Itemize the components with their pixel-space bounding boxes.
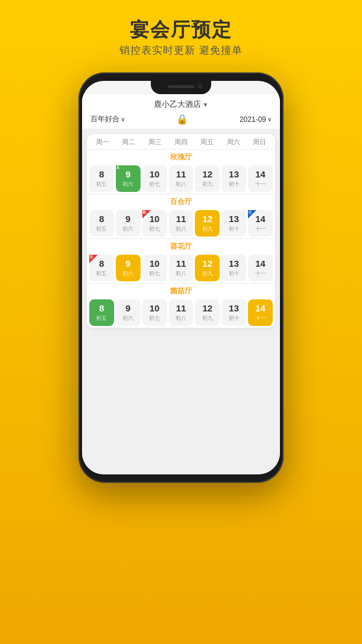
hotel-chevron-icon: ▼ — [203, 101, 209, 108]
cell-lunar: 十一 — [255, 225, 266, 233]
screen-content: 鹿小乙大酒店 ▼ 百年好合 ∨ 🔒 2021-09 ∨ — [82, 94, 280, 474]
date-label: 2021-09 — [240, 115, 266, 124]
calendar-cell[interactable]: 13初十 — [221, 299, 246, 326]
hall-section: 百合厅8初五9初六B10初七11初八12初九13初十C14十一 — [87, 194, 275, 238]
calendar-cell[interactable]: 14十一 — [248, 299, 273, 326]
cell-lunar: 初十 — [229, 180, 240, 188]
cell-date: 12 — [203, 169, 213, 180]
cell-date: 14 — [255, 169, 265, 180]
calendar-cell[interactable]: 12初九 — [195, 255, 220, 281]
weekday-label: 周六 — [220, 138, 246, 147]
cell-date: 10 — [150, 169, 160, 180]
cell-date: 9 — [125, 303, 130, 314]
calendar-cell[interactable]: 11初八 — [169, 299, 194, 326]
cell-date: 14 — [255, 258, 265, 269]
filter-left[interactable]: 百年好合 ∨ — [91, 114, 125, 124]
weekday-label: 周二 — [115, 138, 141, 147]
cell-date: 8 — [99, 258, 104, 269]
cell-lunar: 初六 — [122, 225, 133, 233]
cell-date: 14 — [255, 303, 265, 314]
cell-lunar: 初八 — [176, 225, 186, 233]
cell-date: 10 — [150, 303, 160, 314]
calendar-cell[interactable]: 11初八 — [169, 165, 194, 192]
calendar-cell[interactable]: S8初五 — [89, 255, 114, 281]
calendar-cell[interactable]: 9初六 — [116, 299, 141, 326]
notch-speaker — [168, 85, 194, 88]
hall-name: 菌菇厅 — [87, 284, 275, 298]
badge-letter: S — [90, 255, 93, 259]
calendar-cell[interactable]: A9初六 — [116, 165, 141, 192]
calendar-cell[interactable]: 14十一 — [248, 255, 273, 281]
cell-lunar: 初九 — [202, 180, 213, 188]
calendar-grid: 8初五9初六10初七11初八12初九13初十14十一 — [87, 298, 275, 328]
calendar-grid: 8初五A9初六10初七11初八12初九13初十14十一 — [87, 164, 275, 194]
calendar-cell[interactable]: 12初九 — [195, 210, 220, 237]
calendar-cell[interactable]: 12初九 — [195, 165, 220, 192]
badge-letter: A — [116, 165, 119, 170]
cell-lunar: 初六 — [122, 180, 133, 188]
calendar-cell[interactable]: 11初八 — [169, 255, 194, 281]
cell-lunar: 初五 — [96, 180, 107, 188]
calendar-cell[interactable]: 12初九 — [195, 299, 220, 326]
calendar-cell[interactable]: 13初十 — [221, 255, 246, 281]
hall-section: 玫瑰厅8初五A9初六10初七11初八12初九13初十14十一 — [87, 149, 275, 194]
calendar-cell[interactable]: 13初十 — [221, 210, 246, 237]
weekday-label: 周一 — [89, 138, 115, 147]
calendar-cell[interactable]: 14十一 — [248, 165, 273, 192]
cell-date: 10 — [150, 214, 160, 225]
calendar-grid: S8初五9初六10初七11初八12初九13初十14十一 — [87, 253, 275, 283]
calendar-cell[interactable]: 9初六 — [116, 210, 141, 237]
weekday-label: 周五 — [194, 138, 220, 147]
cell-lunar: 十一 — [255, 314, 266, 322]
badge-letter: B — [143, 210, 146, 214]
cell-lunar: 初五 — [96, 314, 107, 322]
cell-date: 10 — [150, 258, 160, 269]
cell-date: 12 — [203, 258, 213, 269]
cell-date: 13 — [229, 169, 239, 180]
cell-lunar: 初七 — [149, 180, 160, 188]
cell-lunar: 初八 — [176, 314, 186, 322]
date-chevron-icon: ∨ — [267, 116, 272, 123]
cell-date: 8 — [99, 169, 104, 180]
cell-lunar: 初六 — [122, 270, 133, 278]
day-headers: 周一周二周三周四周五周六周日 — [87, 134, 275, 149]
page-subtitle: 销控表实时更新 避免撞单 — [0, 43, 362, 57]
date-selector[interactable]: 2021-09 ∨ — [240, 115, 272, 124]
cell-date: 12 — [203, 303, 213, 314]
cell-lunar: 初十 — [229, 314, 240, 322]
lock-icon: 🔒 — [176, 113, 188, 125]
cell-date: 11 — [176, 258, 186, 269]
cell-lunar: 初七 — [149, 225, 160, 233]
cell-lunar: 初六 — [122, 314, 133, 322]
badge-letter: C — [249, 210, 252, 214]
calendar-cell[interactable]: 8初五 — [89, 165, 114, 192]
calendar-cell[interactable]: B10初七 — [142, 210, 167, 237]
calendar-cell[interactable]: C14十一 — [248, 210, 273, 237]
calendar-cell[interactable]: 8初五 — [89, 210, 114, 237]
notch-camera — [198, 84, 203, 89]
cell-lunar: 初八 — [176, 270, 186, 278]
cell-lunar: 初十 — [229, 270, 240, 278]
calendar-cell[interactable]: 13初十 — [221, 165, 246, 192]
calendar-cell[interactable]: 8初五 — [89, 299, 114, 326]
weekday-label: 周日 — [247, 138, 273, 147]
cell-date: 13 — [229, 303, 239, 314]
weekday-label: 周三 — [142, 138, 168, 147]
notch — [151, 81, 211, 94]
cell-date: 9 — [125, 214, 130, 225]
hall-name: 葵花厅 — [87, 239, 275, 253]
cell-date: 9 — [125, 258, 130, 269]
calendar-cell[interactable]: 11初八 — [169, 210, 194, 237]
hall-name: 玫瑰厅 — [87, 150, 275, 164]
calendar-cell[interactable]: 10初七 — [142, 299, 167, 326]
calendar-cell[interactable]: 9初六 — [116, 255, 141, 281]
cell-date: 8 — [99, 303, 104, 314]
filter-chevron-icon: ∨ — [121, 116, 125, 123]
cell-lunar: 初五 — [96, 225, 107, 233]
calendar-cell[interactable]: 10初七 — [142, 255, 167, 281]
cell-lunar: 初十 — [229, 225, 240, 233]
calendar-cell[interactable]: 10初七 — [142, 165, 167, 192]
hall-section: 菌菇厅8初五9初六10初七11初八12初九13初十14十一 — [87, 283, 275, 328]
hotel-selector[interactable]: 鹿小乙大酒店 ▼ — [91, 99, 272, 110]
cell-date: 13 — [229, 214, 239, 225]
